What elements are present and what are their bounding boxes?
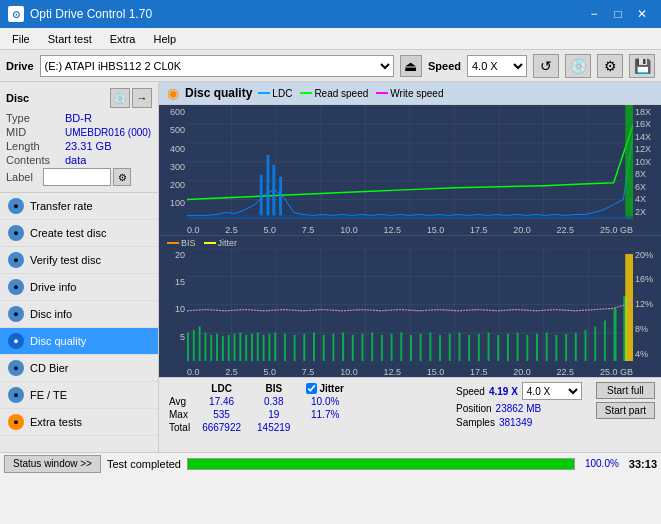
svg-rect-48 — [245, 334, 247, 361]
svg-rect-17 — [260, 175, 263, 216]
svg-rect-59 — [332, 333, 334, 361]
svg-rect-86 — [594, 326, 596, 361]
save-button[interactable]: 💾 — [629, 54, 655, 78]
nav-label-transfer: Transfer rate — [30, 200, 93, 212]
svg-rect-88 — [614, 308, 617, 361]
menu-extra[interactable]: Extra — [102, 31, 144, 47]
menu-file[interactable]: File — [4, 31, 38, 47]
speed-stat-select[interactable]: 4.0 X — [522, 382, 582, 400]
nav-label-cd-bier: CD Bier — [30, 362, 69, 374]
nav-icon-drive: ● — [8, 279, 24, 295]
disc-icon-btn[interactable]: 💿 — [110, 88, 130, 108]
nav-transfer-rate[interactable]: ● Transfer rate — [0, 193, 158, 220]
svg-rect-51 — [263, 334, 265, 361]
disc-quality-header: ◉ Disc quality LDC Read speed Write spee… — [159, 82, 661, 105]
svg-rect-62 — [362, 333, 364, 361]
jitter-checkbox[interactable] — [306, 383, 317, 394]
chart2-x-axis: 0.0 2.5 5.0 7.5 10.0 12.5 15.0 17.5 20.0… — [187, 367, 633, 377]
chart1-svg — [187, 105, 633, 219]
svg-rect-82 — [555, 334, 557, 361]
settings-button[interactable]: ⚙ — [597, 54, 623, 78]
disc-title: Disc — [6, 92, 29, 104]
nav-icon-verify: ● — [8, 252, 24, 268]
start-part-button[interactable]: Start part — [596, 402, 655, 419]
close-button[interactable]: ✕ — [631, 4, 653, 24]
nav-icon-extra: ● — [8, 414, 24, 430]
svg-rect-66 — [400, 332, 402, 361]
svg-rect-38 — [187, 332, 189, 361]
menu-start-test[interactable]: Start test — [40, 31, 100, 47]
contents-label: Contents — [6, 154, 61, 166]
nav-disc-quality[interactable]: ● Disc quality — [0, 328, 158, 355]
svg-rect-83 — [565, 333, 567, 361]
nav-label-drive: Drive info — [30, 281, 76, 293]
legend-ldc: LDC — [258, 88, 292, 99]
disc-button[interactable]: 💿 — [565, 54, 591, 78]
svg-rect-90 — [625, 254, 633, 361]
svg-rect-78 — [517, 332, 519, 361]
nav-icon-create: ● — [8, 225, 24, 241]
svg-rect-65 — [391, 333, 393, 361]
svg-rect-54 — [284, 333, 286, 361]
disc-section: Disc 💿 → Type BD-R MID UMEBDR016 (000) L… — [0, 82, 158, 193]
svg-rect-45 — [228, 334, 230, 361]
nav-verify-test-disc[interactable]: ● Verify test disc — [0, 247, 158, 274]
mid-label: MID — [6, 126, 61, 138]
col-jitter: Jitter — [319, 383, 343, 394]
nav-fe-te[interactable]: ● FE / TE — [0, 382, 158, 409]
length-label: Length — [6, 140, 61, 152]
app-icon: ⊙ — [8, 6, 24, 22]
svg-rect-21 — [625, 105, 633, 219]
progress-fill — [188, 459, 574, 469]
speed-label: Speed — [428, 60, 461, 72]
maximize-button[interactable]: □ — [607, 4, 629, 24]
status-window-button[interactable]: Status window >> — [4, 455, 101, 473]
svg-rect-63 — [371, 332, 373, 361]
read-color-swatch — [300, 92, 312, 94]
svg-rect-58 — [323, 334, 325, 361]
refresh-button[interactable]: ↺ — [533, 54, 559, 78]
contents-value: data — [65, 154, 86, 166]
svg-rect-67 — [410, 334, 412, 361]
max-bis: 19 — [249, 408, 298, 421]
nav-cd-bier[interactable]: ● CD Bier — [0, 355, 158, 382]
eject-button[interactable]: ⏏ — [400, 55, 422, 77]
nav-icon-fe-te: ● — [8, 387, 24, 403]
write-color-swatch — [376, 92, 388, 94]
speed-row: Speed 4.19 X 4.0 X — [456, 382, 582, 400]
start-full-button[interactable]: Start full — [596, 382, 655, 399]
minimize-button[interactable]: − — [583, 4, 605, 24]
menu-help[interactable]: Help — [145, 31, 184, 47]
disc-action-btn[interactable]: → — [132, 88, 152, 108]
svg-rect-64 — [381, 334, 383, 361]
col-ldc: LDC — [194, 382, 249, 395]
row-total-label: Total — [165, 421, 194, 434]
type-label: Type — [6, 112, 61, 124]
svg-rect-75 — [488, 332, 490, 361]
nav-drive-info[interactable]: ● Drive info — [0, 274, 158, 301]
nav-label-create: Create test disc — [30, 227, 106, 239]
samples-row: Samples 381349 — [456, 417, 582, 428]
svg-rect-87 — [604, 320, 606, 361]
drive-select[interactable]: (E:) ATAPI iHBS112 2 CL0K — [40, 55, 394, 77]
svg-rect-85 — [585, 330, 587, 361]
chart2-svg — [187, 248, 633, 362]
svg-rect-70 — [439, 334, 441, 361]
legend: LDC Read speed Write speed — [258, 88, 443, 99]
svg-rect-55 — [294, 334, 296, 361]
drivebar: Drive (E:) ATAPI iHBS112 2 CL0K ⏏ Speed … — [0, 50, 661, 82]
svg-rect-53 — [274, 332, 276, 361]
disc-label-input[interactable] — [43, 168, 111, 186]
read-label: Read speed — [314, 88, 368, 99]
nav-label-fe-te: FE / TE — [30, 389, 67, 401]
nav-extra-tests[interactable]: ● Extra tests — [0, 409, 158, 436]
svg-rect-84 — [575, 332, 577, 361]
nav-create-test-disc[interactable]: ● Create test disc — [0, 220, 158, 247]
position-val: 23862 MB — [496, 403, 542, 414]
svg-rect-46 — [234, 333, 236, 361]
speed-select[interactable]: 4.0 X — [467, 55, 527, 77]
nav-disc-info[interactable]: ● Disc info — [0, 301, 158, 328]
row-avg-label: Avg — [165, 395, 194, 408]
disc-label-btn[interactable]: ⚙ — [113, 168, 131, 186]
samples-label: Samples — [456, 417, 495, 428]
